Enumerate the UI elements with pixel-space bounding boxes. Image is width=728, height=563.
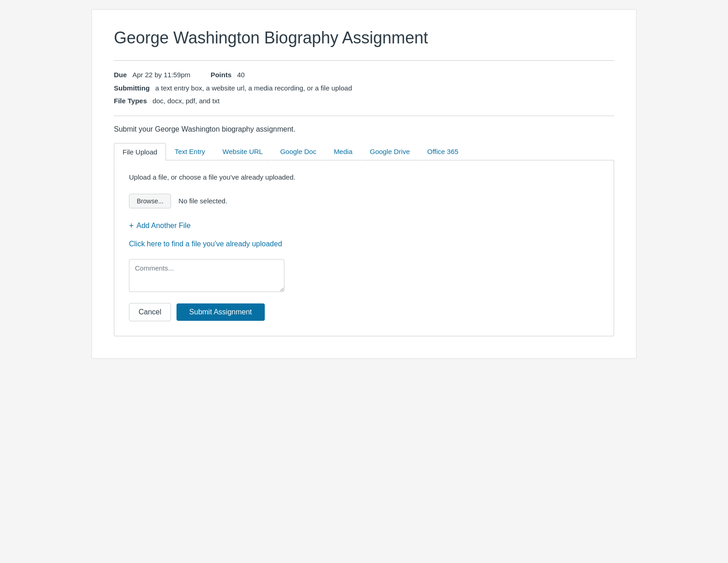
points-label: Points — [210, 71, 231, 79]
add-another-file-label: Add Another File — [137, 222, 191, 230]
tabs-row: File Upload Text Entry Website URL Googl… — [114, 143, 614, 160]
browse-row: Browse... No file selected. — [129, 194, 599, 208]
comments-textarea[interactable] — [129, 259, 284, 292]
points-value: 40 — [237, 71, 245, 79]
submitting-row: Submitting a text entry box, a website u… — [114, 83, 614, 94]
plus-icon: + — [129, 221, 134, 231]
tab-media[interactable]: Media — [325, 143, 361, 160]
tab-google-doc[interactable]: Google Doc — [272, 143, 325, 160]
tab-fill — [467, 143, 614, 160]
tab-google-drive[interactable]: Google Drive — [361, 143, 419, 160]
file-types-label: File Types — [114, 97, 147, 105]
upload-description: Upload a file, or choose a file you've a… — [129, 173, 599, 181]
cancel-button[interactable]: Cancel — [129, 303, 171, 321]
no-file-text: No file selected. — [178, 197, 227, 205]
bottom-divider — [114, 116, 614, 116]
top-divider — [114, 60, 614, 61]
upload-panel: Upload a file, or choose a file you've a… — [114, 160, 614, 336]
submitting-label: Submitting — [114, 84, 150, 92]
find-file-label: Click here to find a file you've already… — [129, 240, 282, 248]
tab-file-upload[interactable]: File Upload — [114, 143, 166, 161]
submitting-value: a text entry box, a website url, a media… — [155, 84, 352, 92]
due-points-row: Due Apr 22 by 11:59pm Points 40 — [114, 70, 614, 80]
add-another-file-link[interactable]: + Add Another File — [129, 221, 599, 231]
browse-button[interactable]: Browse... — [129, 194, 171, 208]
tab-website-url[interactable]: Website URL — [214, 143, 272, 160]
due-label: Due — [114, 71, 127, 79]
tab-text-entry[interactable]: Text Entry — [166, 143, 214, 160]
file-types-value: doc, docx, pdf, and txt — [152, 97, 219, 105]
file-types-row: File Types doc, docx, pdf, and txt — [114, 96, 614, 106]
submission-description: Submit your George Washington biography … — [114, 125, 614, 133]
find-file-link[interactable]: Click here to find a file you've already… — [129, 240, 599, 248]
meta-section: Due Apr 22 by 11:59pm Points 40 Submitti… — [114, 70, 614, 106]
action-buttons: Cancel Submit Assignment — [129, 303, 599, 321]
tab-office-365[interactable]: Office 365 — [418, 143, 467, 160]
page-title: George Washington Biography Assignment — [114, 28, 614, 48]
due-value: Apr 22 by 11:59pm — [133, 71, 191, 79]
submit-assignment-button[interactable]: Submit Assignment — [177, 303, 265, 321]
assignment-container: George Washington Biography Assignment D… — [91, 9, 637, 359]
